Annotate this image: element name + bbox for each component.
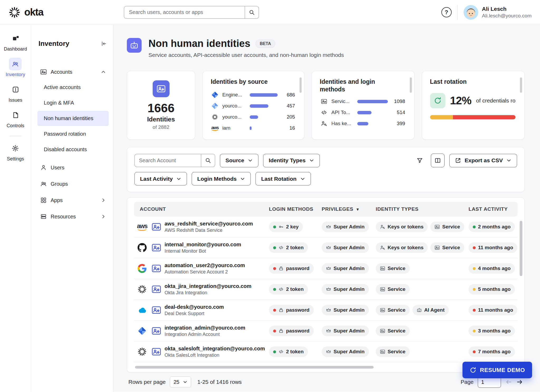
card-scrollbar[interactable]	[410, 77, 412, 93]
chevron-down-icon	[240, 176, 245, 182]
rail-item-inventory[interactable]: Inventory	[6, 58, 25, 77]
rail-label: Controls	[7, 123, 24, 129]
login-method-label: password	[286, 307, 310, 313]
identities-label: Identities	[147, 116, 175, 123]
prev-page-button[interactable]	[505, 379, 512, 385]
sidebar-item-non-human-identities[interactable]: Non human identities	[37, 111, 109, 126]
source-filter-button[interactable]: Source	[220, 154, 258, 167]
account-search-input[interactable]	[134, 154, 201, 167]
sidebar-item-login-mfa[interactable]: Login & MFA	[37, 95, 109, 110]
resume-demo-label: RESUME DEMO	[480, 367, 525, 374]
results-table: ACCOUNT LOGIN METHODS PRIVILEGES▼ IDENTI…	[127, 197, 525, 373]
sidebar-item-disabled-accounts[interactable]: Disabled accounts	[37, 142, 109, 157]
next-page-button[interactable]	[516, 379, 523, 385]
activity-pill: 11 months ago	[469, 305, 517, 315]
identity-type-label: Service	[442, 245, 460, 251]
card-scrollbar[interactable]	[300, 77, 302, 93]
sidebar-item-password-rotation[interactable]: Password rotation	[37, 126, 109, 141]
help-button[interactable]: ?	[441, 7, 452, 17]
rotation-progress-bar	[430, 115, 515, 119]
issues-icon	[12, 86, 19, 93]
login-method-label: password	[286, 266, 310, 271]
card-scrollbar[interactable]	[520, 77, 522, 93]
account-search-button[interactable]	[201, 154, 215, 167]
sidebar-item-groups[interactable]: Groups	[37, 177, 109, 191]
sort-desc-icon[interactable]: ▼	[356, 207, 360, 212]
table-row[interactable]: okta_salesloft_integration@yourco.com Ok…	[134, 341, 518, 362]
column-header-login-methods[interactable]: LOGIN METHODS	[265, 206, 318, 212]
keys-icon	[380, 224, 385, 229]
table-header: ACCOUNT LOGIN METHODS PRIVILEGES▼ IDENTI…	[134, 202, 518, 217]
column-header-last-activity[interactable]: LAST ACTIVITY	[465, 206, 518, 212]
chevron-up-icon	[101, 69, 106, 75]
method-value: 399	[391, 121, 405, 126]
code-icon	[278, 245, 284, 250]
rail-item-controls[interactable]: Controls	[7, 109, 24, 129]
page-title: Non human identities	[148, 38, 250, 49]
funnel-icon	[416, 157, 423, 164]
privilege-pill: Super Admin	[322, 305, 369, 315]
source-value: 686	[281, 92, 295, 98]
user-menu[interactable]: Ali Lesch Ali.lesch@yourco.com	[464, 5, 532, 20]
service-icon	[380, 266, 385, 271]
global-search-button[interactable]	[245, 6, 259, 19]
chevron-right-icon	[101, 214, 106, 219]
sidebar-item-accounts[interactable]: Accounts	[37, 65, 109, 79]
columns-icon-button[interactable]	[431, 154, 445, 167]
activity-label: 7 months ago	[478, 349, 511, 355]
export-csv-button[interactable]: Export as CSV	[449, 154, 517, 167]
rail-item-dashboard[interactable]: Dashboard	[4, 32, 27, 52]
sidebar-item-users[interactable]: Users	[37, 160, 109, 175]
keys-icon	[380, 245, 385, 250]
sidebar-item-active-accounts[interactable]: Active accounts	[37, 80, 109, 95]
service-account-icon	[151, 284, 161, 294]
rotation-caption: of credentials ro	[476, 97, 515, 104]
table-row[interactable]: integration_admin@yourco.com Integration…	[134, 321, 518, 341]
rotation-segment-stale	[453, 115, 515, 119]
column-header-privileges[interactable]: PRIVILEGES▼	[318, 206, 372, 212]
service-account-icon	[151, 347, 161, 357]
service-icon	[435, 224, 440, 229]
filter-bar: Source Identity Types Export as CSV Last…	[127, 147, 525, 192]
activity-label: 5 months ago	[478, 286, 511, 292]
identity-type-label: Keys or tokens	[388, 224, 423, 230]
service-account-icon	[151, 263, 161, 273]
rows-per-page-select[interactable]: 25	[170, 376, 191, 388]
login-method-pill: 2 token	[269, 284, 308, 295]
resume-demo-button[interactable]: RESUME DEMO	[462, 362, 532, 378]
account-name: Internal Monitor Bot	[165, 248, 241, 254]
table-row[interactable]: automation_user2@yourco.com Automation S…	[134, 258, 518, 279]
status-dot	[273, 288, 276, 291]
status-dot	[273, 226, 276, 228]
identity-type-label: Service	[388, 328, 406, 334]
privilege-label: Super Admin	[334, 307, 365, 313]
vertical-scrollbar[interactable]	[520, 221, 522, 276]
identity-type-label: Service	[442, 224, 460, 230]
table-row[interactable]: okta_jira_integration@yourco.com Okta Ji…	[134, 279, 518, 300]
code-icon	[320, 109, 328, 116]
column-header-identity-types[interactable]: IDENTITY TYPES	[372, 206, 465, 212]
last-activity-filter-button[interactable]: Last Activity	[134, 172, 187, 185]
column-header-account[interactable]: ACCOUNT	[134, 206, 265, 212]
rail-item-settings[interactable]: Settings	[7, 142, 24, 162]
card-total-identities: 1666 Identities of 2882	[127, 71, 195, 140]
horizontal-scrollbar[interactable]	[135, 366, 374, 369]
sidebar-item-apps[interactable]: Apps	[37, 193, 109, 208]
filter-icon-button[interactable]	[413, 154, 426, 167]
table-row[interactable]: internal_monitor@yourco.com Internal Mon…	[134, 237, 518, 258]
sidebar-item-resources[interactable]: Resources	[37, 209, 109, 224]
activity-label: 3 months ago	[478, 328, 511, 334]
code-icon	[278, 287, 284, 292]
okta-logo	[136, 285, 148, 294]
privilege-label: Super Admin	[334, 245, 365, 251]
last-rotation-filter-button[interactable]: Last Rotation	[255, 172, 311, 185]
rail-item-issues[interactable]: Issues	[8, 83, 22, 103]
login-methods-filter-button[interactable]: Login Methods	[192, 172, 251, 185]
collapse-sidebar-button[interactable]	[101, 41, 107, 47]
table-row[interactable]: deal-desk@yourco.com Deal Desk Support p…	[134, 300, 518, 321]
identity-types-filter-button[interactable]: Identity Types	[263, 154, 320, 167]
okta-wordmark: okta	[24, 7, 43, 18]
table-row[interactable]: aws aws_redshift_service@yourco.com AWS …	[134, 217, 518, 237]
global-search-input[interactable]	[124, 6, 245, 19]
method-value: 1098	[391, 99, 405, 104]
